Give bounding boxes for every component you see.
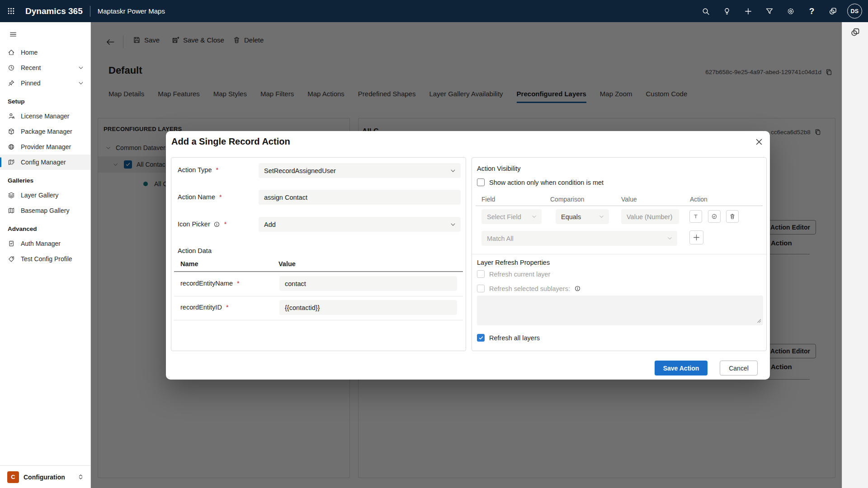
topbar-actions: ? DS [695,0,868,22]
sidebar-item-auth-manager[interactable]: Auth Manager [0,236,90,251]
sidebar-item-license-manager[interactable]: License Manager [0,108,90,124]
delete-condition-trash-icon[interactable] [726,210,739,223]
condition-checkbox-label: Show action only when condition is met [489,179,604,186]
search-icon[interactable] [695,0,716,22]
sidebar-item-label: Recent [21,64,41,71]
refresh-all-layers-checkbox[interactable] [477,334,485,342]
sidebar-item-label: License Manager [21,113,69,120]
action-type-select[interactable]: SetRecordAssignedUser [259,163,461,178]
add-single-record-action-dialog: Add a Single Record Action Action Type* … [166,131,770,380]
action-data-row-name: recordEntityID* [180,304,229,311]
provider-globe-icon [8,143,15,150]
avatar[interactable]: DS [847,4,862,19]
package-cube-icon [8,128,15,135]
sublayers-textarea[interactable] [477,296,763,325]
info-icon[interactable] [213,221,220,228]
refresh-selected-sublayers-checkbox[interactable] [477,285,485,292]
chevron-down-icon [599,214,604,220]
brand-title[interactable]: Dynamics 365 [25,6,83,16]
table-header-rule [174,271,463,272]
sidebar-item-package-manager[interactable]: Package Manager [0,124,90,139]
filter-icon[interactable] [759,0,780,22]
action-data-title: Action Data [178,247,212,254]
environment-initial: C [7,471,19,483]
save-action-button[interactable]: Save Action [655,361,708,375]
chevron-down-icon [531,214,537,220]
check-circle-icon[interactable] [708,210,721,223]
column-header-action: Action [690,196,708,203]
environment-label: Configuration [24,474,65,481]
sidebar-item-label: Package Manager [21,128,72,135]
action-visibility-title: Action Visibility [477,165,520,172]
environment-switcher-icon[interactable] [77,474,84,480]
field-select[interactable]: Select Field [481,209,542,224]
avatar-initials: DS [851,8,859,14]
menu-hamburger-icon[interactable] [5,27,22,42]
match-mode-select[interactable]: Match All [481,231,677,246]
refresh-selected-sublayers-label: Refresh selected sublayers: [489,285,570,292]
auth-clipboard-icon [8,240,15,247]
right-rail [842,22,868,488]
action-visibility-section: Action Visibility Show action only when … [472,157,767,351]
action-data-row-value-input[interactable] [279,276,457,291]
sidebar-item-label: Test Config Profile [21,255,72,263]
column-header-comparison: Comparison [550,196,584,203]
license-person-icon [8,113,15,120]
action-name-label: Action Name* [178,193,222,201]
cancel-button[interactable]: Cancel [720,361,758,375]
chevron-down-icon [450,221,456,228]
pinned-pin-icon [8,80,15,87]
action-form-section: Action Type* SetRecordAssignedUser Actio… [171,157,466,351]
column-header-field: Field [481,196,495,203]
resize-handle-icon[interactable] [757,319,761,323]
layer-stack-icon [8,192,15,199]
sidebar-group-setup: Setup [0,91,90,108]
lightbulb-icon[interactable] [716,0,737,22]
home-icon [8,49,15,56]
refresh-all-layers-label: Refresh all layers [489,334,540,342]
add-icon[interactable] [737,0,759,22]
add-condition-plus-icon[interactable] [689,230,703,244]
row-divider [174,296,463,296]
app-launcher-icon[interactable] [0,0,22,22]
sidebar-item-test-config-profile[interactable]: Test Config Profile [0,251,90,267]
comparison-select[interactable]: Equals [556,209,609,224]
sidebar-item-basemap-gallery[interactable]: Basemap Gallery [0,203,90,218]
info-icon[interactable] [574,285,581,292]
chevron-down-icon[interactable] [78,65,84,71]
sidebar-item-label: Home [21,49,38,56]
sidebar-item-layer-gallery[interactable]: Layer Gallery [0,188,90,203]
grid-header-rule [476,206,763,206]
sidebar-item-label: Config Manager [21,159,66,166]
condition-checkbox[interactable] [477,178,485,186]
topbar-divider [90,6,90,17]
copilot-icon[interactable] [844,22,866,42]
help-icon[interactable]: ? [801,0,822,22]
action-name-input[interactable] [259,190,461,205]
sidebar-item-recent[interactable]: Recent [0,60,90,75]
sidebar-item-config-manager[interactable]: Config Manager [0,155,90,170]
chevron-down-icon[interactable] [78,80,84,86]
settings-gear-icon[interactable] [780,0,801,22]
column-header-value: Value [621,196,637,203]
sidebar-item-pinned[interactable]: Pinned [0,75,90,91]
row-divider [174,320,463,320]
refresh-current-layer-checkbox[interactable] [477,270,485,278]
action-data-row-value-input[interactable] [279,300,457,315]
icon-picker-label: Icon Picker * [178,221,226,228]
column-header-name: Name [180,260,198,267]
sidebar-item-label: Provider Manager [21,143,71,150]
sidebar-item-label: Pinned [21,80,41,87]
copilot-icon[interactable] [822,0,844,22]
sidebar-item-provider-manager[interactable]: Provider Manager [0,139,90,155]
condition-value-input[interactable] [621,209,679,224]
icon-picker-select[interactable]: Add [259,217,461,232]
basemap-map-icon [8,207,15,214]
text-tool-icon[interactable] [689,210,702,223]
app-name[interactable]: Maptaskr Power Maps [98,7,165,15]
section-divider [472,254,766,254]
close-icon[interactable] [752,135,766,149]
sidebar-item-home[interactable]: Home [0,45,90,60]
dialog-title: Add a Single Record Action [171,136,290,147]
environment-picker[interactable]: C Configuration [0,465,90,488]
